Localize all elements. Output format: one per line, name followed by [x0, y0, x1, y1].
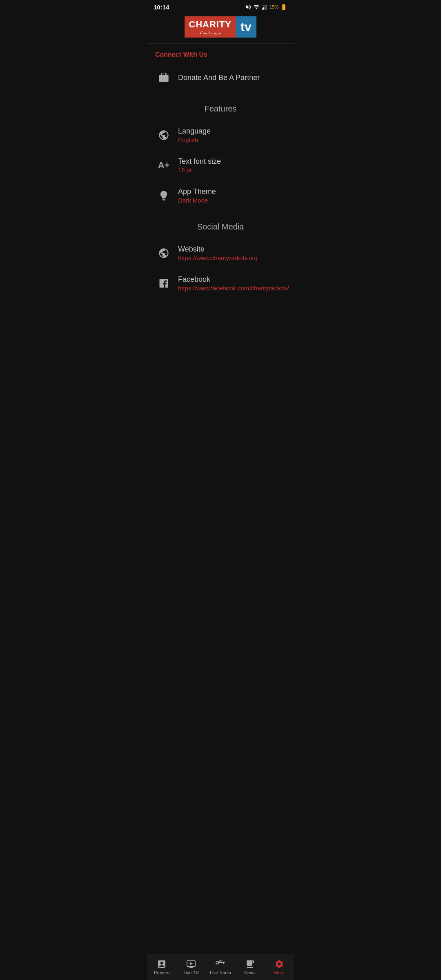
- logo-tv: tv: [236, 16, 256, 38]
- donate-text: Donate And Be A Partner: [178, 74, 286, 82]
- logo-container: CHARITY صـوت المحبّة tv: [147, 12, 294, 44]
- language-text: Language English: [178, 127, 286, 143]
- website-text: Website https://www.charityradiotv.org: [178, 245, 286, 261]
- content: Connect With Us Donate And Be A Partner …: [147, 44, 294, 327]
- connect-section: Connect With Us Donate And Be A Partner: [147, 44, 294, 93]
- font-size-item[interactable]: A+ Text font size 18 pt: [147, 150, 294, 180]
- briefcase-icon: [155, 69, 172, 86]
- wifi-icon: [253, 4, 260, 10]
- battery-level: 15%: [270, 4, 278, 9]
- svg-rect-1: [263, 7, 264, 10]
- svg-rect-2: [265, 7, 265, 10]
- svg-rect-3: [266, 6, 267, 10]
- theme-text: App Theme Dark Mode: [178, 187, 286, 204]
- donate-item[interactable]: Donate And Be A Partner: [147, 62, 294, 93]
- facebook-icon: [155, 275, 172, 292]
- facebook-text: Facebook https://www.facebook.com/charit…: [178, 275, 289, 292]
- signal-icon: [261, 4, 268, 10]
- globe-icon: [155, 127, 172, 144]
- logo: CHARITY صـوت المحبّة tv: [185, 16, 256, 38]
- social-section: Social Media Website https://www.charity…: [147, 211, 294, 298]
- status-time: 10:14: [154, 4, 169, 11]
- website-icon: [155, 245, 172, 262]
- font-size-icon: A+: [155, 157, 172, 174]
- features-section: Features Language English A+ Text font s…: [147, 93, 294, 211]
- theme-item[interactable]: App Theme Dark Mode: [147, 180, 294, 211]
- website-item[interactable]: Website https://www.charityradiotv.org: [147, 238, 294, 268]
- features-title: Features: [147, 93, 294, 120]
- logo-charity: CHARITY صـوت المحبّة: [185, 16, 236, 38]
- facebook-item[interactable]: Facebook https://www.facebook.com/charit…: [147, 268, 294, 298]
- connect-label: Connect With Us: [147, 44, 294, 62]
- lightbulb-icon: [155, 187, 172, 204]
- status-bar: 10:14 15%: [147, 0, 294, 12]
- svg-rect-0: [262, 8, 263, 10]
- font-size-text: Text font size 18 pt: [178, 157, 286, 174]
- language-item[interactable]: Language English: [147, 120, 294, 150]
- battery-icon: [280, 3, 287, 11]
- status-icons: 15%: [245, 3, 287, 11]
- social-title: Social Media: [147, 211, 294, 238]
- mute-icon: [245, 4, 252, 10]
